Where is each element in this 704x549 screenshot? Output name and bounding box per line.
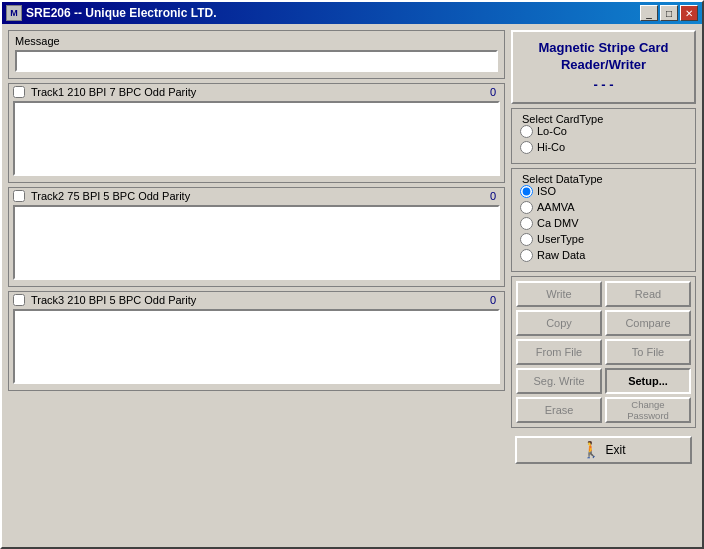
track3-checkbox[interactable] [13, 294, 25, 306]
app-title-box: Magnetic Stripe Card Reader/Writer - - - [511, 30, 696, 104]
compare-button[interactable]: Compare [605, 310, 691, 336]
message-input[interactable] [15, 50, 498, 72]
rawdata-radio[interactable] [520, 249, 533, 262]
track2-group: Track2 75 BPI 5 BPC Odd Parity 0 [8, 187, 505, 287]
track1-label: Track1 210 BPI 7 BPC Odd Parity [31, 86, 484, 98]
to-file-button[interactable]: To File [605, 339, 691, 365]
aamva-radio[interactable] [520, 201, 533, 214]
usertype-radio-item: UserType [520, 233, 687, 246]
track2-header: Track2 75 BPI 5 BPC Odd Parity 0 [13, 190, 500, 202]
action-buttons: Write Read Copy Compare From File To Fil… [511, 276, 696, 428]
track2-textarea[interactable] [13, 205, 500, 280]
track3-textarea[interactable] [13, 309, 500, 384]
app-icon: M [6, 5, 22, 21]
hico-radio[interactable] [520, 141, 533, 154]
from-file-button[interactable]: From File [516, 339, 602, 365]
rawdata-label: Raw Data [537, 249, 585, 261]
write-button[interactable]: Write [516, 281, 602, 307]
track1-textarea[interactable] [13, 101, 500, 176]
hico-radio-item: Hi-Co [520, 141, 687, 154]
card-type-label: Select CardType [520, 113, 687, 125]
track3-group: Track3 210 BPI 5 BPC Odd Parity 0 [8, 291, 505, 391]
exit-icon: 🚶 [581, 440, 601, 459]
loco-radio[interactable] [520, 125, 533, 138]
track1-group: Track1 210 BPI 7 BPC Odd Parity 0 [8, 83, 505, 183]
track1-counter: 0 [490, 86, 496, 98]
usertype-radio[interactable] [520, 233, 533, 246]
track1-checkbox[interactable] [13, 86, 25, 98]
cadmv-label: Ca DMV [537, 217, 579, 229]
iso-radio-item: ISO [520, 185, 687, 198]
track2-counter: 0 [490, 190, 496, 202]
exit-label: Exit [605, 443, 625, 457]
copy-button[interactable]: Copy [516, 310, 602, 336]
exit-button[interactable]: 🚶 Exit [515, 436, 692, 464]
track3-counter: 0 [490, 294, 496, 306]
track3-label: Track3 210 BPI 5 BPC Odd Parity [31, 294, 484, 306]
message-group: Message [8, 30, 505, 79]
iso-label: ISO [537, 185, 556, 197]
read-button[interactable]: Read [605, 281, 691, 307]
main-content: Message Track1 210 BPI 7 BPC Odd Parity … [2, 24, 702, 547]
close-button[interactable]: ✕ [680, 5, 698, 21]
maximize-button[interactable]: □ [660, 5, 678, 21]
title-bar: M SRE206 -- Unique Electronic LTD. _ □ ✕ [2, 2, 702, 24]
track2-checkbox[interactable] [13, 190, 25, 202]
seg-write-button[interactable]: Seg. Write [516, 368, 602, 394]
app-title-text: Magnetic Stripe Card Reader/Writer [523, 40, 684, 74]
cadmv-radio[interactable] [520, 217, 533, 230]
exit-bar: 🚶 Exit [511, 432, 696, 468]
track1-header: Track1 210 BPI 7 BPC Odd Parity 0 [13, 86, 500, 98]
message-label: Message [15, 35, 498, 47]
track2-label: Track2 75 BPI 5 BPC Odd Parity [31, 190, 484, 202]
left-panel: Message Track1 210 BPI 7 BPC Odd Parity … [8, 30, 505, 541]
card-type-group: Select CardType Lo-Co Hi-Co [511, 108, 696, 164]
erase-button[interactable]: Erase [516, 397, 602, 423]
window-title: SRE206 -- Unique Electronic LTD. [26, 6, 640, 20]
title-bar-buttons: _ □ ✕ [640, 5, 698, 21]
setup-button[interactable]: Setup... [605, 368, 691, 394]
hico-label: Hi-Co [537, 141, 565, 153]
dashes: - - - [523, 77, 684, 94]
usertype-label: UserType [537, 233, 584, 245]
loco-label: Lo-Co [537, 125, 567, 137]
rawdata-radio-item: Raw Data [520, 249, 687, 262]
aamva-label: AAMVA [537, 201, 575, 213]
loco-radio-item: Lo-Co [520, 125, 687, 138]
main-window: M SRE206 -- Unique Electronic LTD. _ □ ✕… [0, 0, 704, 549]
aamva-radio-item: AAMVA [520, 201, 687, 214]
track3-header: Track3 210 BPI 5 BPC Odd Parity 0 [13, 294, 500, 306]
right-panel: Magnetic Stripe Card Reader/Writer - - -… [511, 30, 696, 541]
cadmv-radio-item: Ca DMV [520, 217, 687, 230]
iso-radio[interactable] [520, 185, 533, 198]
change-password-button[interactable]: Change Password [605, 397, 691, 423]
data-type-label: Select DataType [520, 173, 687, 185]
data-type-group: Select DataType ISO AAMVA Ca DMV UserTyp… [511, 168, 696, 272]
minimize-button[interactable]: _ [640, 5, 658, 21]
